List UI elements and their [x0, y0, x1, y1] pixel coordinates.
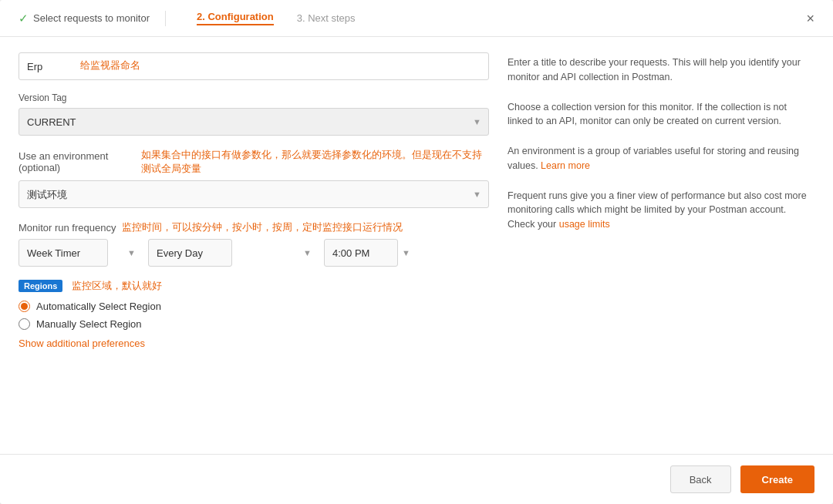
step2[interactable]: 2. Configuration	[197, 11, 274, 25]
manual-region-option[interactable]: Manually Select Region	[19, 318, 489, 330]
show-additional-preferences-link[interactable]: Show additional preferences	[19, 338, 489, 349]
frequency-selects-row: Week Timer Hour Timer Minute Timer Day T…	[19, 239, 489, 267]
version-tag-select[interactable]: CURRENT	[19, 108, 489, 136]
name-input-wrapper: 给监视器命名	[19, 52, 489, 80]
modal-body: 给监视器命名 Version Tag CURRENT ▼ Use an envi…	[0, 37, 833, 454]
frequency-right-hint: Frequent runs give you a finer view of p…	[508, 189, 814, 232]
version-tag-field-group: Version Tag CURRENT ▼	[19, 92, 489, 136]
timer-chevron-icon: ▼	[127, 248, 136, 257]
day-select[interactable]: Every Day Monday Tuesday Wednesday Thurs…	[148, 239, 232, 267]
step1-checkmark: ✓	[19, 12, 29, 25]
frequency-field-group: Monitor run frequency 监控时间，可以按分钟，按小时，按周，…	[19, 220, 489, 267]
manual-region-radio[interactable]	[19, 318, 30, 330]
environment-field-group: Use an environment (optional) 如果集合中的接口有做…	[19, 148, 489, 208]
frequency-label: Monitor run frequency	[19, 222, 116, 234]
usage-limits-link[interactable]: usage limits	[559, 219, 610, 230]
region-radio-group: Automatically Select Region Manually Sel…	[19, 301, 489, 330]
time-chevron-icon: ▼	[402, 248, 410, 257]
modal-footer: Back Create	[0, 454, 833, 504]
name-field-group: 给监视器命名	[19, 52, 489, 80]
modal-container: ✓ Select requests to monitor 2. Configur…	[0, 0, 833, 504]
environment-right-hint: An environment is a group of variables u…	[508, 144, 814, 173]
timer-select[interactable]: Week Timer Hour Timer Minute Timer Day T…	[19, 239, 108, 267]
step3[interactable]: 3. Next steps	[297, 12, 356, 24]
day-select-wrapper: Every Day Monday Tuesday Wednesday Thurs…	[148, 239, 318, 267]
regions-badge: Regions	[19, 280, 62, 292]
environment-label: Use an environment (optional)	[19, 150, 135, 173]
name-right-hint: Enter a title to describe your requests.…	[508, 55, 814, 85]
environment-hint: 如果集合中的接口有做参数化，那么就要选择参数化的环境。但是现在不支持测试全局变量	[141, 148, 489, 176]
monitor-name-input[interactable]	[19, 52, 489, 80]
back-button[interactable]: Back	[670, 465, 731, 493]
version-tag-right-hint: Choose a collection version for this mon…	[508, 100, 814, 129]
regions-header: Regions 监控区域，默认就好	[19, 279, 489, 293]
regions-section: Regions 监控区域，默认就好 Automatically Select R…	[19, 279, 489, 349]
auto-region-label: Automatically Select Region	[36, 301, 161, 312]
time-select[interactable]: 4:00 PM 5:00 PM 3:00 PM 2:00 PM 1:00 PM …	[324, 239, 398, 267]
auto-region-radio[interactable]	[19, 301, 30, 312]
right-column: Enter a title to describe your requests.…	[508, 52, 814, 442]
frequency-label-row: Monitor run frequency 监控时间，可以按分钟，按小时，按周，…	[19, 220, 489, 234]
modal-header: ✓ Select requests to monitor 2. Configur…	[0, 0, 833, 37]
time-select-wrapper: 4:00 PM 5:00 PM 3:00 PM 2:00 PM 1:00 PM …	[324, 239, 416, 267]
timer-select-wrapper: Week Timer Hour Timer Minute Timer Day T…	[19, 239, 142, 267]
learn-more-link[interactable]: Learn more	[541, 160, 590, 171]
environment-label-row: Use an environment (optional) 如果集合中的接口有做…	[19, 148, 489, 176]
environment-select-wrapper: 测试环境 ▼	[19, 180, 489, 208]
step1[interactable]: ✓ Select requests to monitor	[19, 12, 150, 25]
environment-select[interactable]: 测试环境	[19, 180, 489, 208]
create-button[interactable]: Create	[740, 465, 814, 493]
close-button[interactable]: ×	[806, 12, 814, 25]
version-tag-label: Version Tag	[19, 92, 489, 103]
auto-region-option[interactable]: Automatically Select Region	[19, 301, 489, 312]
manual-region-label: Manually Select Region	[36, 318, 142, 330]
frequency-right-hint-text: Frequent runs give you a finer view of p…	[508, 190, 807, 230]
frequency-hint: 监控时间，可以按分钟，按小时，按周，定时监控接口运行情况	[122, 220, 403, 234]
day-chevron-icon: ▼	[303, 248, 312, 257]
regions-hint: 监控区域，默认就好	[72, 279, 162, 293]
left-column: 给监视器命名 Version Tag CURRENT ▼ Use an envi…	[19, 52, 489, 442]
version-tag-select-wrapper: CURRENT ▼	[19, 108, 489, 136]
step1-label: Select requests to monitor	[33, 12, 150, 24]
steps-divider	[165, 11, 166, 26]
